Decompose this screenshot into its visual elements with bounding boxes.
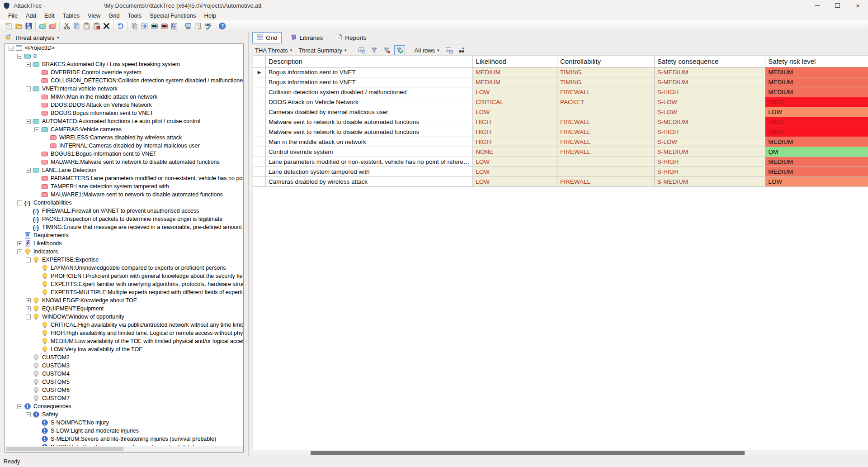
tree-item[interactable]: COLLISION_DETECTION:Collision detection …	[5, 76, 243, 85]
grid-scrollbar-thumb[interactable]	[311, 451, 745, 455]
report-icon[interactable]: P	[169, 21, 179, 31]
collapse-icon[interactable]: −	[17, 404, 22, 409]
new-threat-icon[interactable]	[47, 21, 57, 31]
save-icon[interactable]	[24, 21, 33, 31]
collapse-icon[interactable]: −	[26, 315, 31, 319]
column-header-description[interactable]: Description	[266, 56, 473, 67]
menu-tools[interactable]: Tools	[124, 11, 146, 20]
menu-grid[interactable]: Grid	[104, 11, 124, 20]
filter-icon[interactable]	[369, 45, 380, 55]
grid-horizontal-scrollbar[interactable]	[253, 450, 868, 456]
paste-icon[interactable]	[81, 21, 91, 31]
tree-item[interactable]: LOW:Very low availability of the TOE	[5, 345, 243, 353]
tree-item[interactable]: MEDIUM:Low availability of the TOE with …	[5, 337, 243, 345]
expand-icon[interactable]: +	[26, 298, 31, 303]
export-icon[interactable]	[139, 21, 149, 31]
tree-item[interactable]: −Safety	[5, 410, 243, 419]
menu-special-functions[interactable]: Special Functions	[146, 11, 200, 20]
delete-icon[interactable]	[101, 21, 111, 31]
collapse-icon[interactable]: −	[26, 62, 31, 67]
tab-grid[interactable]: Grid	[252, 32, 282, 43]
custom-rows-icon[interactable]	[443, 45, 454, 55]
tree-item[interactable]: DDOS:DDOS Attack on Vehicle Network	[5, 101, 243, 109]
row-selector[interactable]	[253, 167, 266, 177]
tree-item[interactable]: MIMA:Man in the middle attack on network	[5, 93, 243, 101]
collapse-icon[interactable]: −	[17, 200, 22, 205]
open-file-icon[interactable]	[14, 21, 24, 31]
minimize-button[interactable]	[807, 0, 827, 11]
tree-item[interactable]: PARAMETERS:Lane parameters modified or n…	[5, 174, 243, 182]
collapse-icon[interactable]: −	[26, 119, 31, 124]
tree-item[interactable]: INTERNAL:Cameras disabled by internal ma…	[5, 142, 243, 150]
row-selector[interactable]	[253, 137, 266, 147]
tree-item[interactable]: −WINDOW:Window of opportunity	[5, 313, 243, 321]
view-selector-dropdown[interactable]: Threat Summary ▾	[296, 46, 349, 55]
find-threat-icon[interactable]	[159, 21, 169, 31]
collapse-icon[interactable]: −	[34, 127, 39, 132]
tree-item[interactable]: −CAMERAS:Vehicle cameras	[5, 125, 243, 133]
edit-notes-icon[interactable]	[193, 21, 203, 31]
help-icon[interactable]: ?	[217, 21, 227, 31]
collapse-icon[interactable]: −	[26, 412, 31, 417]
clear-filter-icon[interactable]	[382, 45, 392, 55]
spell-check-icon[interactable]: ABC	[203, 21, 213, 31]
table-row[interactable]: DDOS Attack on Vehicle NetworkCRITICALPA…	[253, 97, 868, 107]
tree-item[interactable]: BOGUS1:Bogus information sent to VNET	[5, 150, 243, 158]
column-header-likelihood[interactable]: Likelihood	[473, 56, 557, 67]
tree-item[interactable]: Requirements	[5, 231, 243, 239]
tree-item[interactable]: MALWARE1:Malware sent to network to disa…	[5, 191, 243, 199]
table-row[interactable]: Malware sent to network to disable autom…	[253, 127, 868, 137]
tree-item[interactable]: TAMPER:Lane detection system tampered wi…	[5, 182, 243, 191]
tree-scrollbar-thumb[interactable]	[6, 447, 123, 451]
expand-icon[interactable]: +	[17, 241, 22, 246]
copy-icon[interactable]	[71, 21, 81, 31]
tab-reports[interactable]: Reports	[331, 32, 370, 43]
tree-item[interactable]: +EQUIPMENT:Equipment	[5, 305, 243, 313]
tree-item[interactable]: −VNET:Internal vehicle network	[5, 85, 243, 93]
find-row-icon[interactable]	[456, 45, 467, 55]
cut-icon[interactable]	[61, 21, 71, 31]
tree-item[interactable]: {}FIREWALL:Firewall on VANET to prevent …	[5, 207, 243, 215]
tree-item[interactable]: EXPERTS:Expert familiar with unerlying a…	[5, 280, 243, 288]
new-gate-icon[interactable]	[38, 21, 47, 31]
column-header-safety-risk-level[interactable]: Safety risk level	[765, 56, 868, 67]
tree-item[interactable]: CUSTOM4	[5, 370, 243, 378]
tree-item[interactable]: OVERRIDE:Control override system	[5, 68, 243, 76]
table-row[interactable]: ▶Bogus information sent to VNETMEDIUMTIM…	[253, 67, 868, 77]
tree-item[interactable]: BOGUS:Bogus information sent to VNET	[5, 109, 243, 117]
row-selector[interactable]	[253, 77, 266, 87]
tree-item[interactable]: −Indicators	[5, 248, 243, 256]
tree-item[interactable]: −AUTOMATED:Automated functions i.e auto …	[5, 117, 243, 125]
column-header-safety-consequence[interactable]: Safety consequence	[655, 56, 766, 67]
collapse-icon[interactable]: −	[26, 86, 31, 91]
menu-file[interactable]: File	[4, 11, 22, 20]
tree-item[interactable]: HIGH:High availability and limited time.…	[5, 329, 243, 337]
tab-libraries[interactable]: Libraries	[286, 32, 327, 43]
table-row[interactable]: Man in the middle attack on networkHIGHF…	[253, 137, 868, 147]
find-icon[interactable]	[149, 21, 159, 31]
column-header-controllability[interactable]: Controllability	[557, 56, 655, 67]
table-row[interactable]: Control override systemNONEFIREWALLS-MED…	[253, 147, 868, 157]
menu-edit[interactable]: Edit	[40, 11, 58, 20]
tree-item[interactable]: CUSTOM6	[5, 386, 243, 394]
select-columns-icon[interactable]	[356, 45, 367, 55]
row-selector[interactable]	[253, 157, 266, 167]
tree-item[interactable]: CUSTOM3	[5, 362, 243, 370]
menu-help[interactable]: Help	[200, 11, 221, 20]
table-row[interactable]: Bogus information sent to VNETMEDIUMTIMI…	[253, 77, 868, 87]
row-selector[interactable]	[253, 107, 266, 117]
row-selector[interactable]	[253, 87, 266, 97]
tree-item[interactable]: S-MEDIUM:Severe and life-threatening inj…	[5, 435, 243, 443]
tree-item[interactable]: {}TIMING:Ensure that message are recieve…	[5, 223, 243, 231]
menu-add[interactable]: Add	[22, 11, 40, 20]
row-selector[interactable]	[253, 97, 266, 107]
tree-item[interactable]: +Likelihoods	[5, 239, 243, 248]
tree-item[interactable]: −{}Controllabilities	[5, 199, 243, 207]
row-selector[interactable]	[253, 117, 266, 127]
tree-item[interactable]: −Consequences	[5, 402, 243, 410]
undo-icon[interactable]	[115, 21, 125, 31]
tree-item[interactable]: −0	[5, 52, 243, 60]
tree-item[interactable]: EXPERTS-MULTIPLE:Multiple experts requir…	[5, 288, 243, 296]
maximize-button[interactable]	[827, 0, 848, 11]
tree-item[interactable]: PROFICIENT:Proficient person with genera…	[5, 272, 243, 280]
